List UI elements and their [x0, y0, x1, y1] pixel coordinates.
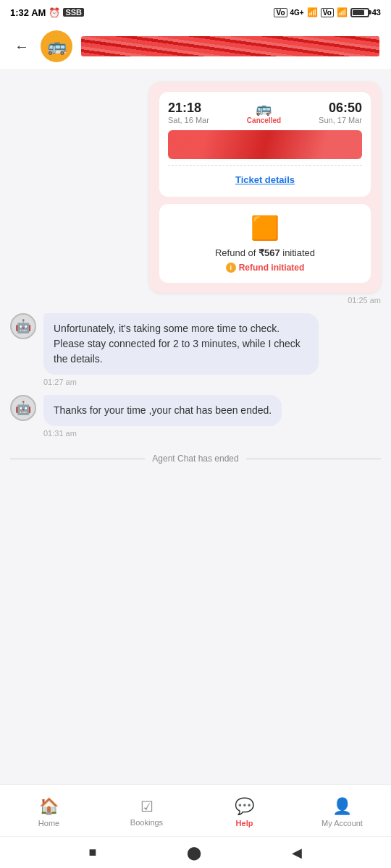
depart-date: Sat, 16 Mar: [168, 116, 209, 124]
arrive-info: 06:50 Sun, 17 Mar: [319, 101, 362, 124]
arrive-date: Sun, 17 Mar: [319, 116, 362, 124]
cancelled-badge: Cancelled: [247, 116, 281, 124]
status-bar: 1:32 AM ⏰ SSB Vo 4G+ 📶 Vo 📶 43: [0, 0, 391, 23]
bot-bubble-1: Unfortunately, it's taking some more tim…: [43, 313, 319, 375]
ticket-bubble-wrap: 21:18 Sat, 16 Mar 🚌 Cancelled 06:50 Sun,…: [10, 82, 381, 305]
divider-line-right: [246, 459, 381, 459]
chat-area: 21:18 Sat, 16 Mar 🚌 Cancelled 06:50 Sun,…: [0, 70, 391, 784]
signal-vo2-label: Vo: [321, 8, 334, 17]
ticket-details-link[interactable]: Ticket details: [168, 171, 362, 188]
signal-bars2-icon: 📶: [337, 7, 348, 17]
bot-bubble-col-1: Unfortunately, it's taking some more tim…: [43, 313, 319, 386]
signal-bars-icon: 📶: [307, 7, 318, 17]
help-label: Help: [236, 819, 253, 827]
bot-time-1: 01:27 am: [43, 378, 319, 386]
ticket-info-card: 21:18 Sat, 16 Mar 🚌 Cancelled 06:50 Sun,…: [159, 92, 371, 197]
chat-spacer: [10, 475, 381, 773]
redaction-overlay: [81, 36, 379, 56]
home-button[interactable]: ⬤: [187, 845, 201, 861]
alarm-icon: ⏰: [49, 7, 60, 18]
recent-apps-button[interactable]: ■: [89, 845, 97, 860]
bottom-nav: 🏠 Home ☑ Bookings 💬 Help 👤 My Account: [0, 784, 391, 836]
status-left: 1:32 AM ⏰ SSB: [10, 7, 84, 18]
ticket-bubble-time: 01:25 am: [348, 296, 381, 305]
header-title-redacted: RedBus Support: [81, 36, 379, 56]
bookings-label: Bookings: [130, 818, 163, 827]
nav-item-help[interactable]: 💬 Help: [196, 797, 293, 827]
bus-icon: 🚌: [47, 37, 67, 56]
wallet-icon: 🟧: [251, 214, 279, 242]
bot-message-1: 🤖 Unfortunately, it's taking some more t…: [10, 313, 381, 386]
nav-item-bookings[interactable]: ☑ Bookings: [98, 798, 196, 827]
home-icon: 🏠: [39, 797, 59, 816]
ticket-route: 21:18 Sat, 16 Mar 🚌 Cancelled 06:50 Sun,…: [168, 101, 362, 124]
ticket-card: 21:18 Sat, 16 Mar 🚌 Cancelled 06:50 Sun,…: [149, 82, 381, 293]
info-icon: i: [226, 263, 236, 273]
battery-indicator: [350, 8, 369, 17]
back-button-android[interactable]: ◀: [292, 845, 302, 861]
header-avatar: 🚌: [41, 30, 72, 62]
bot-bubble-col-2: Thanks for your time ,your chat has been…: [43, 395, 282, 438]
arrive-time: 06:50: [319, 101, 362, 116]
ticket-middle: 🚌 Cancelled: [247, 101, 281, 124]
bookings-icon: ☑: [140, 798, 154, 815]
refund-text: Refund of ₹567 initiated: [215, 247, 315, 258]
status-right: Vo 4G+ 📶 Vo 📶 43: [274, 7, 381, 17]
help-icon: 💬: [235, 797, 254, 816]
android-nav-bar: ■ ⬤ ◀: [0, 836, 391, 868]
chat-ended-label: Agent Chat has ended: [152, 454, 238, 464]
divider-line-left: [10, 459, 145, 459]
time-label: 1:32 AM: [10, 7, 46, 18]
home-label: Home: [38, 819, 59, 827]
battery-level: 43: [372, 8, 381, 17]
bot-avatar-2: 🤖: [10, 395, 36, 421]
account-label: My Account: [321, 819, 363, 827]
route-redaction: [168, 130, 362, 159]
bot-face-icon-1: 🤖: [15, 318, 31, 334]
back-button[interactable]: ←: [12, 35, 32, 58]
bot-message-2: 🤖 Thanks for your time ,your chat has be…: [10, 395, 381, 438]
depart-info: 21:18 Sat, 16 Mar: [168, 101, 209, 124]
depart-time: 21:18: [168, 101, 209, 116]
ticket-divider: [168, 165, 362, 166]
network-4g-label: 4G+: [290, 9, 304, 17]
signal-vo-label: Vo: [274, 8, 287, 17]
bot-time-2: 01:31 am: [43, 429, 282, 438]
header-title-area: RedBus Support: [81, 36, 379, 56]
bot-face-icon-2: 🤖: [15, 400, 31, 416]
nav-item-account[interactable]: 👤 My Account: [293, 797, 391, 827]
account-icon: 👤: [332, 797, 352, 816]
app-header: ← 🚌 RedBus Support: [0, 23, 391, 70]
nav-item-home[interactable]: 🏠 Home: [0, 797, 98, 827]
battery-fill: [353, 10, 364, 15]
bot-bubble-2: Thanks for your time ,your chat has been…: [43, 395, 282, 426]
bot-avatar-1: 🤖: [10, 313, 36, 339]
refund-initiated-badge: i Refund initiated: [226, 263, 305, 273]
network-label: SSB: [63, 8, 84, 17]
chat-ended-divider: Agent Chat has ended: [10, 446, 381, 467]
refund-card: 🟧 Refund of ₹567 initiated i Refund init…: [159, 204, 371, 283]
bus-ticket-icon: 🚌: [256, 101, 272, 116]
